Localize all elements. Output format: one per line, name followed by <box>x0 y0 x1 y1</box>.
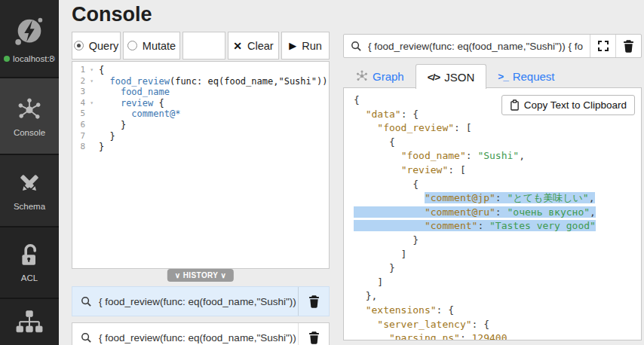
editor-line-gutter[interactable]: 1▾2▾34▾5678 <box>72 62 95 268</box>
trash-icon <box>308 331 320 344</box>
query-editor[interactable]: 1▾2▾34▾5678 { food_review(func: eq(food_… <box>72 61 330 269</box>
editor-code[interactable]: { food_review(func: eq(food_name,"Sushi"… <box>95 62 330 268</box>
json-output[interactable]: { "data": { "food_review": [ { "food_nam… <box>344 88 641 340</box>
search-icon <box>81 332 92 343</box>
sidebar-item-schema[interactable]: Schema <box>0 155 59 226</box>
dgraph-logo-icon <box>12 14 47 49</box>
query-radio-button[interactable]: Query <box>72 32 121 60</box>
trash-icon <box>308 295 320 308</box>
sidebar-item-cluster[interactable] <box>0 299 59 345</box>
copy-to-clipboard-button[interactable]: Copy Text to Clipboard <box>501 95 635 115</box>
delete-history-button[interactable] <box>298 323 329 345</box>
run-play-icon: ▶ <box>289 40 296 51</box>
sidebar-item-localhost[interactable]: localhost:8080 <box>0 0 59 77</box>
clear-label: Clear <box>247 40 274 52</box>
history-query-text: { food_review(func: eq(food_name,"Sushi"… <box>99 332 298 343</box>
sidebar-item-acl[interactable]: ACL <box>0 227 59 298</box>
json-result-panel: Copy Text to Clipboard { "data": { "food… <box>343 87 642 340</box>
results-panel: { food_review(func: eq(food_name,"Sushi"… <box>343 34 642 345</box>
terminal-icon: >_ <box>498 71 508 82</box>
copy-button-label: Copy Text to Clipboard <box>524 99 627 111</box>
tab-label: JSON <box>444 71 474 84</box>
fold-caret-icon: ▾ <box>90 98 94 109</box>
status-dot <box>4 56 10 62</box>
page-title: Console <box>72 3 152 26</box>
delete-history-button[interactable] <box>298 287 329 316</box>
result-query-input[interactable]: { food_review(func: eq(food_name,"Sushi"… <box>344 35 590 57</box>
tab-label: Request <box>513 70 555 83</box>
query-toolbar: Query Mutate ✕ Clear ▶ Run <box>72 32 330 60</box>
search-icon <box>81 296 92 307</box>
result-query-text: { food_review(func: eq(food_name,"Sushi"… <box>368 41 583 52</box>
clipboard-icon <box>510 99 520 111</box>
graph-icon <box>356 70 368 82</box>
sidebar-item-label: localhost:8080 <box>13 54 55 63</box>
fullscreen-button[interactable] <box>590 35 615 57</box>
schema-pencils-icon <box>17 171 42 197</box>
history-query-text: { food_review(func: eq(food_name,"Sushi"… <box>99 296 298 307</box>
tab-request[interactable]: >_ Request <box>486 64 566 88</box>
run-button[interactable]: ▶ Run <box>281 32 330 60</box>
radio-unselected-icon <box>127 41 137 50</box>
sidebar-item-console[interactable]: Console <box>0 78 59 154</box>
search-icon <box>351 41 362 52</box>
query-panel: Query Mutate ✕ Clear ▶ Run 1▾2▾34▾5678 {… <box>72 32 330 345</box>
history-toggle[interactable]: ∨ HISTORY ∨ <box>167 269 234 282</box>
sidebar-item-label: ACL <box>21 273 38 282</box>
history-item[interactable]: { food_review(func: eq(food_name,"Sushi"… <box>72 322 330 345</box>
cluster-icon <box>15 310 44 335</box>
results-tabs: Graph </> JSON >_ Request <box>343 64 566 88</box>
query-label: Query <box>89 40 119 52</box>
results-searchbar: { food_review(func: eq(food_name,"Sushi"… <box>343 34 642 58</box>
acl-lock-icon <box>17 243 41 268</box>
fullscreen-icon <box>597 40 609 52</box>
sidebar: localhost:8080 Console Schema <box>0 0 59 345</box>
toolbar-spacer <box>182 32 225 60</box>
sidebar-item-label: Schema <box>14 202 45 211</box>
tab-label: Graph <box>373 70 404 83</box>
graph-network-icon <box>15 96 44 123</box>
code-icon: </> <box>428 72 440 83</box>
trash-icon <box>622 39 635 53</box>
mutate-label: Mutate <box>143 40 176 52</box>
fold-caret-icon: ▾ <box>90 65 94 76</box>
fold-caret-icon: ▾ <box>90 76 94 87</box>
tab-graph[interactable]: Graph <box>345 64 416 88</box>
history-item[interactable]: { food_review(func: eq(food_name,"Sushi"… <box>72 286 330 316</box>
radio-selected-icon <box>74 41 84 50</box>
clear-results-button[interactable] <box>615 35 641 57</box>
clear-x-icon: ✕ <box>233 40 242 52</box>
run-label: Run <box>302 40 322 52</box>
sidebar-item-label: Console <box>14 128 45 137</box>
mutate-radio-button[interactable]: Mutate <box>123 32 180 60</box>
tab-json[interactable]: </> JSON <box>416 64 487 89</box>
clear-button[interactable]: ✕ Clear <box>228 32 279 60</box>
